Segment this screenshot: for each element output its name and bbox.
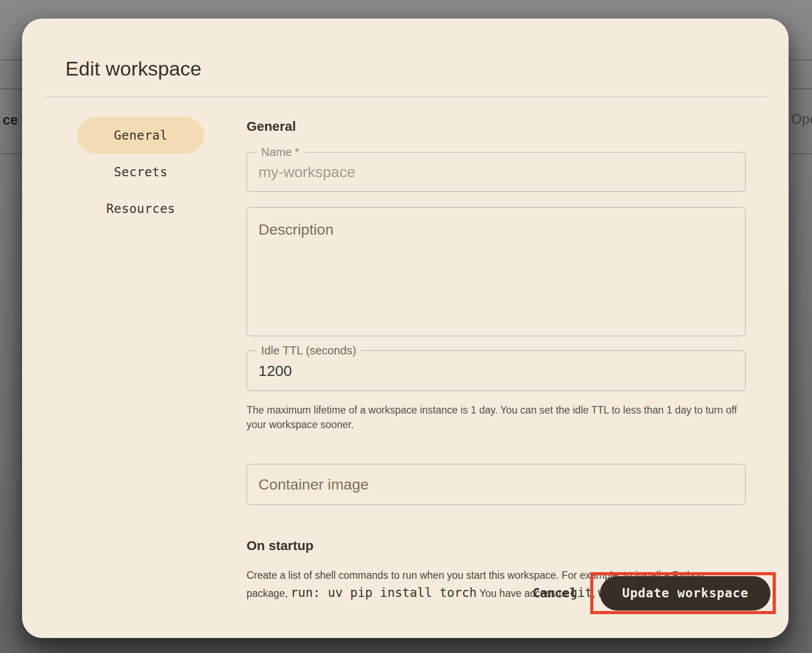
annotation-highlight: Update workspace [590, 572, 776, 614]
idle-ttl-help-text: The maximum lifetime of a workspace inst… [247, 403, 746, 432]
edit-workspace-dialog: Edit workspace General Secrets Resources… [22, 19, 789, 638]
description-textarea[interactable]: Description [247, 207, 746, 336]
name-label: Name * [257, 145, 304, 159]
name-value: my-workspace [247, 163, 355, 181]
container-image-placeholder: Container image [247, 476, 368, 493]
tab-secrets[interactable]: Secrets [77, 154, 204, 190]
dialog-tab-rail: General Secrets Resources [77, 117, 204, 227]
on-startup-heading: On startup [247, 538, 746, 554]
tab-general[interactable]: General [77, 117, 204, 154]
name-input[interactable]: Name * my-workspace [247, 152, 746, 192]
tab-resources[interactable]: Resources [77, 190, 204, 227]
background-text-fragment-right: Ope [791, 111, 812, 127]
dialog-form: General Name * my-workspace Description … [247, 96, 746, 602]
dialog-footer: Cancel Update workspace [530, 572, 776, 614]
idle-ttl-label: Idle TTL (seconds) [257, 344, 360, 357]
idle-ttl-value: 1200 [247, 362, 292, 380]
update-workspace-button[interactable]: Update workspace [600, 576, 770, 611]
idle-ttl-input[interactable]: Idle TTL (seconds) 1200 [247, 350, 746, 391]
container-image-input[interactable]: Container image [247, 464, 746, 505]
cancel-button[interactable]: Cancel [530, 586, 580, 600]
background-text-fragment-left: ce [3, 112, 18, 128]
description-placeholder: Description [258, 221, 334, 238]
dialog-title: Edit workspace [65, 57, 201, 81]
section-heading-general: General [247, 118, 746, 134]
